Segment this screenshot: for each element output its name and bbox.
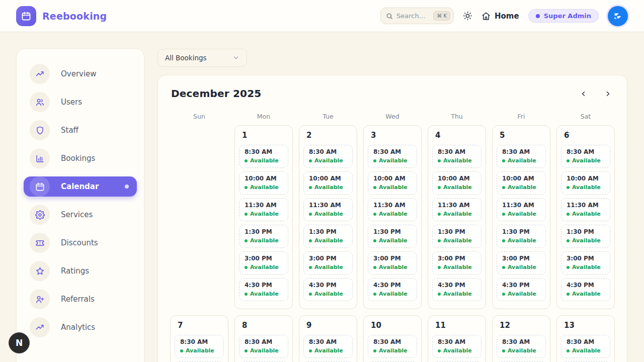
time-slot[interactable]: 1:30 PMAvailable	[303, 225, 353, 248]
sidebar-item-overview[interactable]: Overview	[24, 64, 137, 84]
role-badge-label: Super Admin	[544, 12, 591, 20]
sidebar-item-calendar[interactable]: Calendar	[24, 176, 137, 197]
slot-status-label: Available	[572, 211, 601, 217]
time-slot[interactable]: 1:30 PMAvailable	[561, 225, 610, 248]
sidebar-item-label: Services	[61, 210, 93, 219]
available-dot-icon	[502, 186, 505, 189]
home-icon	[481, 12, 491, 21]
sidebar-item-ratings[interactable]: Ratings	[24, 261, 137, 281]
slot-status-label: Available	[508, 237, 536, 244]
time-slot[interactable]: 8:30 AMAvailable	[432, 145, 481, 168]
sidebar-item-label: Users	[61, 98, 82, 107]
time-slot[interactable]: 10:00 AMAvailable	[432, 171, 481, 195]
time-slot[interactable]: 8:30 AMAvailable	[561, 145, 610, 168]
time-slot[interactable]: 8:30 AMAvailable	[368, 335, 417, 358]
sidebar-item-label: Referrals	[61, 295, 95, 304]
time-slot[interactable]: 11:30 AMAvailable	[432, 198, 481, 221]
time-slot[interactable]: 1:30 PMAvailable	[432, 225, 481, 248]
slot-status-label: Available	[443, 291, 472, 297]
slot-time: 8:30 AM	[567, 338, 606, 346]
time-slot[interactable]: 3:00 PMAvailable	[303, 251, 353, 275]
slot-status: Available	[567, 211, 606, 217]
time-slot[interactable]: 3:00 PMAvailable	[432, 251, 481, 275]
slot-status-label: Available	[443, 184, 472, 191]
theme-toggle-button[interactable]	[463, 11, 472, 21]
slot-status-label: Available	[572, 237, 601, 244]
time-slot[interactable]: 4:30 PMAvailable	[303, 278, 353, 301]
sidebar-item-analytics[interactable]: Analytics	[24, 317, 137, 337]
available-dot-icon	[245, 213, 248, 216]
time-slot[interactable]: 3:00 PMAvailable	[368, 251, 417, 275]
slot-time: 4:30 PM	[502, 282, 541, 289]
day-cell-9: 98:30 AMAvailable10:00 AMAvailable11:30 …	[299, 315, 357, 362]
slot-status-label: Available	[572, 157, 601, 164]
time-slot[interactable]: 4:30 PMAvailable	[368, 278, 417, 301]
time-slot[interactable]: 8:30 AMAvailable	[497, 335, 546, 358]
time-slot[interactable]: 8:30 AMAvailable	[368, 145, 417, 168]
time-slot[interactable]: 8:30 AMAvailable	[497, 145, 546, 168]
time-slot[interactable]: 10:00 AMAvailable	[368, 171, 417, 195]
sidebar-item-bookings[interactable]: Bookings	[24, 148, 137, 168]
time-slot[interactable]: 8:30 AMAvailable	[303, 335, 353, 358]
slot-status: Available	[438, 157, 477, 164]
time-slot[interactable]: 11:30 AMAvailable	[497, 198, 546, 221]
sidebar-item-staff[interactable]: Staff	[24, 120, 137, 140]
time-slot[interactable]: 8:30 AMAvailable	[239, 335, 288, 358]
avatar[interactable]	[608, 6, 628, 26]
slot-status: Available	[309, 184, 348, 191]
time-slot[interactable]: 10:00 AMAvailable	[497, 171, 546, 195]
available-dot-icon	[438, 159, 441, 162]
slot-status-label: Available	[443, 237, 472, 244]
slot-status: Available	[502, 264, 541, 270]
available-dot-icon	[438, 349, 441, 352]
time-slot[interactable]: 11:30 AMAvailable	[561, 198, 610, 221]
time-slot[interactable]: 1:30 PMAvailable	[368, 225, 417, 248]
slot-time: 8:30 AM	[245, 338, 284, 346]
slot-status: Available	[309, 157, 348, 164]
next-month-button[interactable]	[602, 88, 614, 100]
time-slot[interactable]: 10:00 AMAvailable	[303, 171, 353, 195]
sidebar-item-users[interactable]: Users	[24, 92, 137, 112]
time-slot[interactable]: 3:00 PMAvailable	[497, 251, 546, 275]
slot-time: 10:00 AM	[567, 175, 606, 183]
sidebar-item-discounts[interactable]: Discounts	[24, 233, 137, 253]
slot-time: 4:30 PM	[567, 282, 606, 289]
available-dot-icon	[309, 349, 312, 352]
time-slot[interactable]: 8:30 AMAvailable	[239, 145, 288, 168]
time-slot[interactable]: 3:00 PMAvailable	[239, 251, 288, 275]
time-slot[interactable]: 8:30 AMAvailable	[432, 335, 481, 358]
time-slot[interactable]: 4:30 PMAvailable	[432, 278, 481, 301]
time-slot[interactable]: 11:30 AMAvailable	[368, 198, 417, 221]
time-slot[interactable]: 4:30 PMAvailable	[561, 278, 610, 301]
slot-status: Available	[567, 264, 606, 270]
available-dot-icon	[309, 266, 312, 269]
available-dot-icon	[438, 186, 441, 189]
time-slot[interactable]: 8:30 AMAvailable	[303, 145, 353, 168]
prev-month-button[interactable]	[578, 88, 589, 100]
home-link[interactable]: Home	[481, 12, 519, 21]
sidebar-item-services[interactable]: Services	[24, 205, 137, 225]
time-slot[interactable]: 1:30 PMAvailable	[497, 225, 546, 248]
sidebar-item-referrals[interactable]: Referrals	[24, 289, 137, 309]
nextjs-dev-badge[interactable]: N	[9, 332, 30, 353]
available-dot-icon	[309, 186, 312, 189]
time-slot[interactable]: 3:00 PMAvailable	[561, 251, 610, 275]
time-slot[interactable]: 10:00 AMAvailable	[561, 171, 610, 195]
time-slot[interactable]: 1:30 PMAvailable	[239, 225, 288, 248]
time-slot[interactable]: 8:30 AMAvailable	[561, 335, 610, 358]
slot-status: Available	[309, 237, 348, 244]
calendar-month-title: December 2025	[171, 87, 261, 100]
slot-status-label: Available	[572, 184, 601, 191]
search-input[interactable]: Search... ⌘ K	[380, 8, 454, 24]
time-slot[interactable]: 11:30 AMAvailable	[303, 198, 353, 221]
time-slot[interactable]: 10:00 AMAvailable	[239, 171, 288, 195]
slot-time: 10:00 AM	[438, 175, 477, 183]
bookings-filter-select[interactable]: All Bookings	[157, 49, 247, 67]
time-slot[interactable]: 4:30 PMAvailable	[497, 278, 546, 301]
time-slot[interactable]: 11:30 AMAvailable	[239, 198, 288, 221]
slot-time: 1:30 PM	[567, 228, 606, 236]
time-slot[interactable]: 8:30 AMAvailable	[175, 335, 224, 358]
slot-status: Available	[245, 184, 284, 191]
time-slot[interactable]: 4:30 PMAvailable	[239, 278, 288, 301]
main-content: All Bookings December 2025 SunMonTu	[157, 49, 627, 362]
